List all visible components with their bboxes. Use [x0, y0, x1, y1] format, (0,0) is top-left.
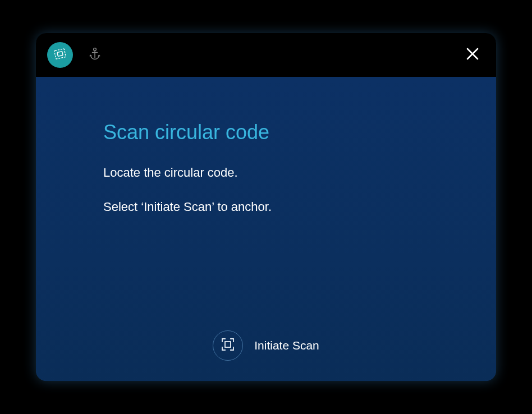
initiate-scan-label: Initiate Scan [254, 339, 319, 352]
content-area: Scan circular code Locate the circular c… [36, 77, 496, 381]
page-title: Scan circular code [103, 121, 429, 144]
initiate-scan-button[interactable]: Initiate Scan [213, 330, 319, 361]
footer: Initiate Scan [103, 330, 429, 365]
instruction-line-1: Locate the circular code. [103, 164, 429, 182]
chip-icon [53, 48, 67, 62]
close-button[interactable] [460, 43, 485, 67]
scan-tab[interactable] [47, 42, 73, 68]
scan-frame-icon [221, 337, 235, 354]
instruction-line-2: Select ‘Initiate Scan’ to anchor. [103, 199, 429, 216]
svg-rect-1 [57, 52, 63, 57]
svg-point-2 [94, 48, 97, 51]
initiate-scan-icon-circle [213, 330, 243, 361]
close-icon [465, 46, 480, 64]
svg-rect-7 [225, 342, 231, 347]
anchor-tab[interactable] [82, 42, 108, 68]
top-bar [36, 33, 496, 77]
dialog-panel: Scan circular code Locate the circular c… [36, 33, 496, 381]
anchor-icon [89, 47, 101, 63]
svg-rect-0 [54, 49, 66, 59]
